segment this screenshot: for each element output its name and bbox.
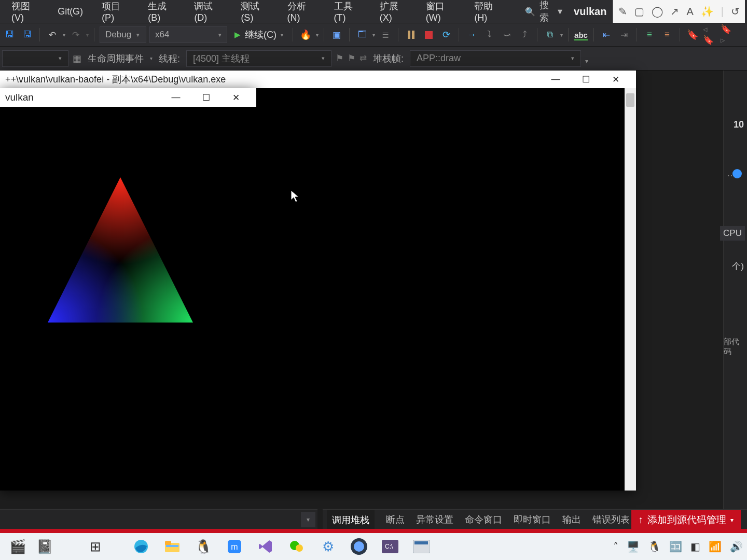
exe-minimize-button[interactable]: — xyxy=(541,71,571,88)
indent-icon[interactable]: ⇥ xyxy=(617,27,631,42)
arrow-icon[interactable]: ↗ xyxy=(670,5,679,18)
tab-command-window[interactable]: 命令窗口 xyxy=(465,513,502,526)
vk-minimize-button[interactable]: — xyxy=(161,89,191,106)
tab-call-stack[interactable]: 调用堆栈 xyxy=(327,510,375,529)
vk-close-button[interactable]: ✕ xyxy=(221,89,251,106)
thread-freeze-icon[interactable]: ⇄ xyxy=(359,53,367,64)
add-to-source-control[interactable]: ↑ 添加到源代码管理 ▾ xyxy=(631,510,741,530)
thread-select[interactable]: [4500] 主线程 ▾ xyxy=(186,50,331,67)
bookmark-prev-icon[interactable]: ◃🔖 xyxy=(703,27,717,42)
vulkan-window[interactable]: vulkan — ☐ ✕ xyxy=(0,88,256,383)
task-note-icon[interactable]: 📓 xyxy=(31,535,58,558)
app-window-icon[interactable]: ▣ xyxy=(329,27,344,42)
menu-debug[interactable]: 调试(D) xyxy=(185,0,231,26)
task-wechat-icon[interactable] xyxy=(283,535,310,558)
bookmark-icon[interactable]: 🔖 xyxy=(685,27,700,42)
tray-monitor-icon[interactable]: 🖥️ xyxy=(627,540,640,553)
process-select[interactable]: ▾ xyxy=(2,50,68,67)
task-explorer-icon[interactable] xyxy=(159,535,186,558)
vk-maximize-button[interactable]: ☐ xyxy=(191,89,221,106)
menu-tools[interactable]: 工具(T) xyxy=(325,0,370,26)
svg-point-11 xyxy=(296,544,303,552)
exe-close-button[interactable]: ✕ xyxy=(601,71,631,88)
save-icon[interactable]: 🖫 xyxy=(2,27,17,42)
highlight-icon[interactable]: ✨ xyxy=(701,5,714,18)
browser-select-icon[interactable]: 🗔 xyxy=(355,27,369,42)
undo-icon[interactable]: ↶ xyxy=(45,27,60,42)
step-out-icon[interactable]: ⤴ xyxy=(517,27,532,42)
menu-git[interactable]: Git(G) xyxy=(48,3,92,20)
restart-button[interactable]: ⟳ xyxy=(439,27,453,42)
task-visualstudio-icon[interactable] xyxy=(252,535,279,558)
menu-analyze[interactable]: 分析(N) xyxy=(278,0,325,26)
tray-wifi-icon[interactable]: 📶 xyxy=(709,540,722,553)
cpu-tab[interactable]: CPU xyxy=(720,226,745,241)
flag-icon[interactable]: ⚑ xyxy=(336,53,343,64)
step-over-icon[interactable]: ⤻ xyxy=(500,27,514,42)
tray-penguin-icon[interactable]: 🐧 xyxy=(648,540,661,553)
flag-group-icon[interactable]: ⚑ xyxy=(348,53,355,64)
pencil-icon[interactable]: ✎ xyxy=(618,5,627,18)
task-qq-icon[interactable]: 🐧 xyxy=(190,535,217,558)
menu-view[interactable]: 视图(V) xyxy=(2,0,48,26)
menu-window[interactable]: 窗口(W) xyxy=(417,0,465,26)
lifecycle-icon[interactable]: ▦ xyxy=(73,53,81,64)
tray-up-icon[interactable]: ˄ xyxy=(613,540,618,553)
svg-text:C:\: C:\ xyxy=(385,543,393,550)
tab-error-list[interactable]: 错误列表 xyxy=(592,513,630,526)
tab-exception-settings[interactable]: 异常设置 xyxy=(416,513,453,526)
tray-battery-icon[interactable]: ◧ xyxy=(690,540,700,553)
bookmark-next-icon[interactable]: 🔖▹ xyxy=(721,27,735,42)
task-console-icon[interactable] xyxy=(408,535,435,558)
task-edge-icon[interactable] xyxy=(128,535,155,558)
pause-button[interactable] xyxy=(404,27,418,42)
tab-breakpoints[interactable]: 断点 xyxy=(386,513,405,526)
tray-volume-icon[interactable]: 🔊 xyxy=(730,540,743,553)
vulkan-titlebar[interactable]: vulkan — ☐ ✕ xyxy=(0,88,256,107)
hot-reload-icon[interactable]: 🔥 xyxy=(298,27,313,42)
intellisense-icon[interactable]: abc xyxy=(574,27,588,42)
square-icon[interactable]: ▢ xyxy=(634,5,644,18)
task-clapper-icon[interactable]: 🎬 xyxy=(4,535,31,558)
text-A-icon[interactable]: A xyxy=(686,6,693,18)
exe-scroll-thumb[interactable] xyxy=(626,93,634,107)
uncomment-icon[interactable]: ≡ xyxy=(660,27,674,42)
task-taskview-icon[interactable]: ⊞ xyxy=(82,535,109,558)
exe-scrollbar[interactable] xyxy=(625,88,636,491)
script-icon[interactable]: ≣ xyxy=(378,27,393,42)
circle-icon[interactable]: ◯ xyxy=(652,5,663,18)
menu-project[interactable]: 项目(P) xyxy=(92,0,139,26)
stackframe-value: APP::draw xyxy=(417,53,461,64)
task-chat-icon[interactable]: m xyxy=(221,535,248,558)
redo-icon[interactable]: ↷ xyxy=(68,27,83,42)
menu-ext[interactable]: 扩展(X) xyxy=(370,0,417,26)
tray-ime-icon[interactable]: 🈁 xyxy=(669,540,682,553)
exe-titlebar[interactable]: ++\vulkan\vulkan-baofei - 副本\x64\Debug\v… xyxy=(0,71,636,88)
exe-maximize-button[interactable]: ☐ xyxy=(571,71,601,88)
continue-button[interactable]: ▶ 继续(C) ▾ xyxy=(230,29,287,41)
undo-title-icon[interactable]: ↺ xyxy=(731,5,740,18)
format-icon[interactable]: ⇤ xyxy=(599,27,614,42)
task-settings-icon[interactable]: ⚙ xyxy=(314,535,341,558)
comment-icon[interactable]: ≡ xyxy=(642,27,657,42)
menu-build[interactable]: 生成(B) xyxy=(139,0,185,26)
tab-output[interactable]: 输出 xyxy=(562,513,581,526)
config-select[interactable]: Debug▾ xyxy=(100,26,146,43)
save-all-icon[interactable]: 🖫 xyxy=(20,27,34,42)
tab-immediate-window[interactable]: 即时窗口 xyxy=(514,513,551,526)
stop-button[interactable] xyxy=(421,27,436,42)
menu-help[interactable]: 帮助(H) xyxy=(465,0,511,26)
step-into-icon[interactable]: ⤵ xyxy=(482,27,496,42)
diag-event-dot-icon[interactable] xyxy=(732,169,742,178)
menu-bar: 视图(V) Git(G) 项目(P) 生成(B) 调试(D) 测试(S) 分析(… xyxy=(0,0,747,23)
platform-select[interactable]: x64▾ xyxy=(149,26,227,43)
stackframe-select[interactable]: APP::draw ▾ xyxy=(410,50,581,67)
diag-tool1-icon[interactable]: ⧉ xyxy=(543,27,557,42)
task-terminal-icon[interactable]: C:\ xyxy=(377,535,404,558)
menu-test[interactable]: 测试(S) xyxy=(231,0,278,26)
menu-search[interactable]: 🔍 搜索 ▾ xyxy=(520,0,568,26)
task-game-icon[interactable] xyxy=(345,535,372,558)
svg-text:m: m xyxy=(231,542,238,551)
lower-left-caret[interactable]: ▾ xyxy=(301,512,315,527)
step-next-statement[interactable]: → xyxy=(464,27,479,42)
